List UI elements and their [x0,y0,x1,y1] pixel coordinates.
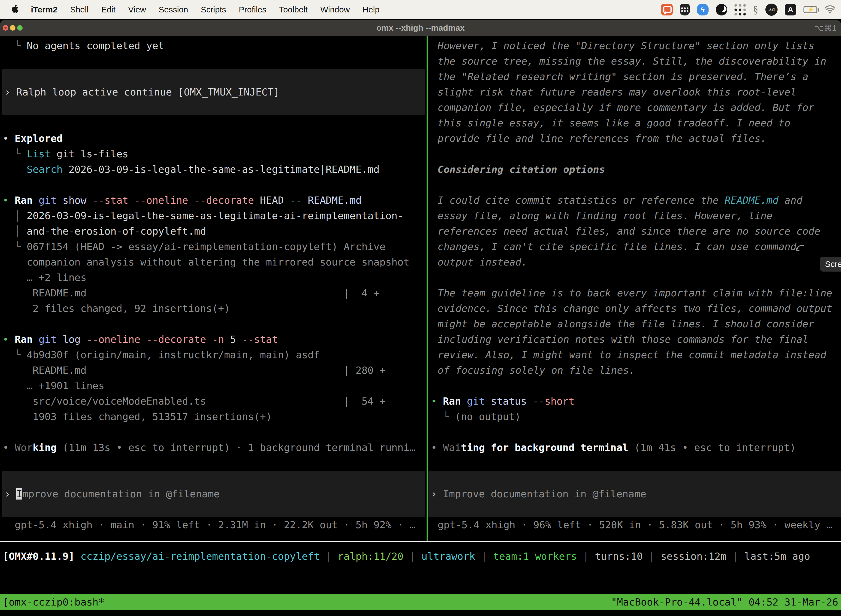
tmux-host-clock: "MacBook-Pro-44.local" 04:52 31-Mar-26 [611,596,838,608]
squiggle-icon[interactable]: § [753,4,758,16]
menu-item-help[interactable]: Help [363,5,379,14]
terminal-line: └ List git ls-files [3,146,426,162]
zoom-button[interactable] [17,25,23,31]
terminal-line: gpt-5.4 xhigh · 96% left · 520K in · 5.8… [438,517,841,532]
terminal-line: 1903 files changed, 513517 insertions(+) [3,409,426,424]
chat-bubble-icon[interactable] [661,4,673,15]
prompt-input-box[interactable]: › Improve documentation in @filename [2,471,425,517]
terminal-line [438,146,841,162]
terminal-line [3,54,426,69]
menu-bar: iTerm2ShellEditViewSessionScriptsProfile… [0,0,841,19]
terminal-line: gpt-5.4 xhigh · main · 91% left · 2.31M … [3,517,426,532]
prompt-input-box[interactable]: › Ralph loop active continue [OMX_TMUX_I… [2,69,425,115]
close-button[interactable] [3,25,8,31]
menu-item-edit[interactable]: Edit [101,5,116,14]
menu-bar-status-icons: ϟ § ..61 A ⚡ [661,4,835,16]
terminal-line [438,270,841,285]
menu-item-toolbelt[interactable]: Toolbelt [279,5,308,14]
terminal-line: provide file and line references from th… [438,131,841,146]
terminal-line: • Working (11m 13s • esc to interrupt) ·… [3,440,426,455]
blue-badge-icon[interactable]: ϟ [697,4,709,15]
window-titlebar[interactable]: omx --xhigh --madmax ⌥⌘1 [0,20,841,36]
menu-item-scripts[interactable]: Scripts [201,5,226,14]
badge-61-icon[interactable]: ..61 [765,4,778,16]
terminal-line: However, I noticed the "Directory Struct… [438,38,841,54]
terminal-line: review. Also, I might want to inspect th… [438,347,841,363]
terminal-line [438,378,841,393]
terminal-line [438,455,841,471]
menu-item-window[interactable]: Window [320,5,350,14]
terminal-line [438,424,841,440]
pie-chart-icon[interactable] [716,4,727,15]
terminal-line: │ and-the-erosion-of-copyleft.md [3,224,426,239]
battery-icon[interactable]: ⚡ [803,6,817,13]
terminal-line: └ No agents completed yet [3,38,426,54]
screen-popup-label: Scre [825,260,841,269]
menu-items: iTerm2ShellEditViewSessionScriptsProfile… [31,5,379,14]
window-shortcut-badge: ⌥⌘1 [814,20,837,36]
dots-grid-icon[interactable] [734,4,746,15]
terminal-line: essay file, along with finding root file… [438,208,841,224]
terminal-line [3,177,426,193]
terminal-line: The team guideline is to back every impo… [438,285,841,301]
window-title: omx --xhigh --madmax [0,23,841,32]
wifi-icon[interactable] [825,5,835,14]
prompt-input-box[interactable]: › Improve documentation in @filename [428,471,841,517]
badge-61-label: ..61 [768,7,775,12]
keyboard-layout-icon[interactable]: A [785,4,796,15]
terminal-line: of focusing solely on file lines. [438,363,841,378]
menu-item-iterm2[interactable]: iTerm2 [31,5,57,14]
screen-popup: Scre [820,257,841,271]
terminal-line: Search 2026-03-09-is-legal-the-same-as-l… [3,162,426,177]
terminal-line: … +1901 lines [3,378,426,393]
squiggle-glyph: § [753,4,758,16]
battery-bolt-glyph: ⚡ [807,7,814,12]
terminal-line: including verification notes with those … [438,332,841,347]
terminal-line: • Waiting for background terminal (1m 41… [431,440,841,455]
terminal-line: this single essay, it seems like a good … [438,115,841,131]
iterm-window: omx --xhigh --madmax ⌥⌘1 └ No agents com… [0,20,841,616]
terminal-line: README.md | 280 + [3,363,426,378]
left-terminal-pane[interactable]: └ No agents completed yet› Ralph loop ac… [0,36,426,541]
terminal-line: … +2 lines [3,270,426,285]
apple-menu[interactable] [12,4,19,15]
minimize-button[interactable] [10,25,15,31]
right-pane-output: However, I noticed the "Directory Struct… [438,38,841,532]
bolt-glyph: ϟ [701,6,705,14]
omx-status-line: [OMX#0.11.9] cczip/essay/ai-reimplementa… [3,549,810,564]
terminal-line: evidence. Since this change only affects… [438,301,841,316]
terminal-line: references need actual files, and since … [438,224,841,239]
tmux-status-bar: [omx-cczip0:bash* "MacBook-Pro-44.local"… [0,594,841,610]
prompt-input-line[interactable]: › Ralph loop active continue [OMX_TMUX_I… [4,84,280,100]
terminal-line: the source tree, missing the essay. Stil… [438,54,841,69]
terminal-line: changes, I can't cite specific file line… [438,239,841,254]
terminal-line: slight risk that future readers may over… [438,84,841,100]
terminal-line: • Explored [3,131,426,146]
terminal-line: └ 067f154 (HEAD -> essay/ai-reimplementa… [3,239,426,254]
terminal-line: companion analysis without altering the … [3,254,426,270]
terminal-line: README.md | 4 + [3,285,426,301]
menu-item-view[interactable]: View [128,5,146,14]
terminal-line [3,455,426,471]
prompt-input-line[interactable]: › Improve documentation in @filename [4,486,220,502]
menu-item-shell[interactable]: Shell [70,5,89,14]
terminal-line [3,316,426,332]
left-pane-output: └ No agents completed yet› Ralph loop ac… [3,38,426,532]
tmux-session-label[interactable]: [omx-cczip0:bash* [3,596,104,608]
terminal-line: • Ran git log --oneline --decorate -n 5 … [3,332,426,347]
terminal-line: • Ran git show --stat --oneline --decora… [3,193,426,208]
terminal-line: • Ran git status --short [431,393,841,409]
pointer-artifact [796,243,804,253]
terminal-line [438,177,841,193]
terminal-line: Considering citation options [438,162,841,177]
terminal-line: └ (no output) [431,409,841,424]
terminal-line: I could cite commit statistics or refere… [438,193,841,208]
keyboard-layout-label: A [788,6,793,14]
right-terminal-pane[interactable]: However, I noticed the "Directory Struct… [428,36,841,541]
menu-item-profiles[interactable]: Profiles [239,5,266,14]
terminal-line: └ 4b9d30f (origin/main, instructkr/main,… [3,347,426,363]
menu-item-session[interactable]: Session [159,5,188,14]
prompt-input-line[interactable]: › Improve documentation in @filename [431,486,646,502]
terminal-line [3,424,426,440]
shield-grid-icon[interactable] [680,4,690,15]
